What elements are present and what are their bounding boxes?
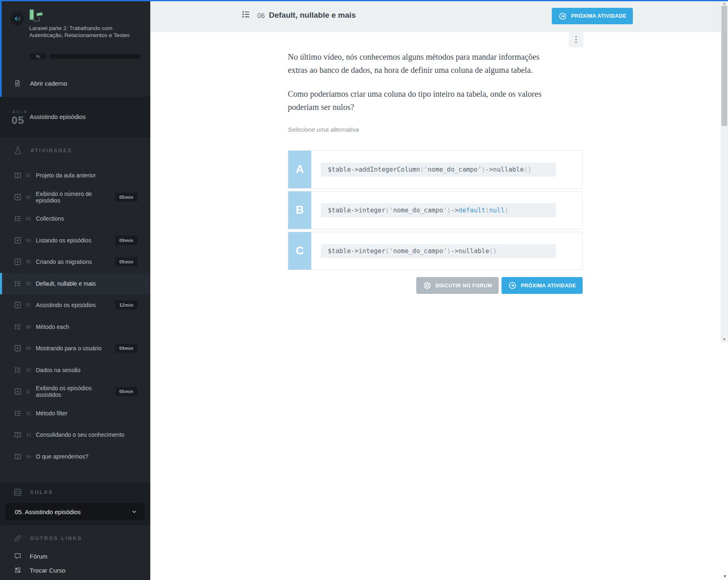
activity-number: 13	[26, 432, 34, 437]
link-label: Fórum	[30, 553, 47, 560]
alternative-code: $table->integer(‘nome_do_campo’)->defaul…	[321, 203, 556, 217]
links-icon	[13, 534, 22, 543]
lesson-number: 05	[12, 114, 24, 127]
activity-item[interactable]: 13 Consolidando o seu conhecimento	[0, 424, 150, 446]
activity-header: 06 Default, nullable e mais PRÓXIMA ATIV…	[150, 1, 728, 32]
alternative-option[interactable]: C $table->integer(‘nome_do_campo’)->null…	[288, 232, 583, 270]
scrollbar-up-arrow[interactable]: ▲	[721, 2, 728, 6]
activities-list: 01 Projeto da aula anterior 02 Exibindo …	[0, 165, 150, 467]
outros-links-list: Fórum Trocar Curso	[0, 549, 150, 577]
activity-label: Método each	[36, 324, 69, 330]
activity-item[interactable]: 08 Método each	[0, 316, 150, 338]
activity-item[interactable]: 02 Exibindo o número de episódios 05min	[0, 186, 150, 208]
activity-header-title: Default, nullable e mais	[269, 11, 356, 20]
aulas-header-label: AULAS	[30, 489, 53, 495]
activity-item[interactable]: 12 Método filter	[0, 403, 150, 424]
activity-item[interactable]: 14 O que aprendemos?	[0, 446, 150, 468]
open-notebook-label: Abrir caderno	[30, 80, 67, 87]
lesson-selector-dropdown[interactable]: 05. Assistindo episódios	[6, 503, 145, 520]
activity-number: 10	[26, 368, 34, 373]
activity-item[interactable]: 06 Default, nullable e mais	[0, 273, 150, 295]
activity-duration-badge: 05min	[115, 257, 138, 266]
next-activity-button-bottom[interactable]: PRÓXIMA ATIVIDADE	[502, 277, 583, 294]
activity-number: 11	[26, 389, 34, 394]
lesson-kicker: AULA	[12, 109, 28, 114]
activity-type-icon	[14, 323, 21, 331]
activity-duration-badge: 12min	[115, 300, 138, 310]
activity-item[interactable]: 04 Listando os episódios 09min	[0, 230, 150, 252]
activity-item[interactable]: 05 Criando as migrations 05min	[0, 251, 150, 273]
arrow-circle-icon	[508, 281, 517, 290]
alternative-letter-badge: B	[288, 191, 311, 229]
activity-list-icon[interactable]	[241, 10, 250, 19]
main-content: 06 Default, nullable e mais PRÓXIMA ATIV…	[150, 1, 728, 580]
vertical-scrollbar[interactable]: ▲ ▼	[721, 1, 728, 342]
activity-number: 08	[26, 324, 34, 329]
activity-item[interactable]: 09 Mostrando para o usuário 09min	[0, 338, 150, 359]
activity-type-icon	[14, 237, 21, 244]
activity-label: Mostrando para o usuário	[36, 345, 102, 352]
outros-links-section-header: OUTROS LINKS	[13, 534, 82, 543]
activity-number: 14	[26, 454, 34, 459]
activity-type-icon	[14, 453, 21, 460]
activity-item[interactable]: 11 Exibindo os episódios assistidos 05mi…	[0, 381, 150, 403]
alternative-option[interactable]: A $table->addIntegerColumn(‘nome_do_camp…	[288, 150, 583, 189]
discuss-forum-button[interactable]: DISCUTIR NO FORUM	[416, 277, 499, 294]
activity-number: 05	[26, 259, 34, 264]
activity-label: Exibindo o número de episódios	[36, 191, 115, 204]
activity-number: 01	[26, 173, 34, 178]
activity-item[interactable]: 01 Projeto da aula anterior	[0, 165, 150, 186]
course-logo	[28, 9, 47, 26]
sidebar-link[interactable]: Fórum	[0, 549, 150, 563]
alternative-letter-badge: C	[288, 232, 311, 270]
aulas-section-header: AULAS	[13, 488, 53, 497]
alternative-option[interactable]: B $table->integer(‘nome_do_campo’)->defa…	[288, 191, 583, 229]
activity-label: Listando os episódios	[36, 237, 91, 244]
activities-section-header: ATIVIDADES	[14, 146, 72, 155]
question-panel: No último vídeo, nós conhecemos alguns m…	[288, 32, 583, 294]
current-lesson-block: AULA 05 Assistindo episódios	[0, 97, 150, 137]
activity-duration-badge: 09min	[115, 344, 138, 353]
activity-label: Assistindo os episódios	[36, 302, 96, 308]
activities-header-label: ATIVIDADES	[30, 148, 72, 154]
window-top-accent-line	[0, 0, 728, 1]
scrollbar-thumb[interactable]	[721, 6, 727, 126]
activity-label: O que aprendemos?	[36, 453, 89, 460]
activity-type-icon	[14, 280, 21, 287]
collapse-sidebar-button[interactable]	[10, 12, 24, 26]
activity-type-icon	[14, 193, 21, 201]
question-paragraph: Como poderíamos criar uma coluna do tipo…	[288, 87, 558, 114]
next-activity-button-top[interactable]: PRÓXIMA ATIVIDADE	[552, 8, 633, 24]
chevron-down-icon	[131, 508, 138, 515]
activity-type-icon	[14, 172, 21, 179]
alternatives-list: A $table->addIntegerColumn(‘nome_do_camp…	[288, 150, 583, 270]
sidebar-link[interactable]: Trocar Curso	[0, 563, 150, 577]
course-sidebar: Laravel parte 2: Trabalhando com Autenti…	[0, 0, 150, 580]
lifebuoy-icon	[423, 281, 432, 290]
activity-label: Consolidando o seu conhecimento	[36, 431, 124, 438]
window-scroll-down-arrow[interactable]: ▼	[723, 574, 727, 578]
activity-label: Default, nullable e mais	[36, 280, 96, 287]
activity-item[interactable]: 07 Assistindo os episódios 12min	[0, 294, 150, 316]
course-progress-bar	[50, 54, 141, 59]
activity-type-icon	[14, 215, 21, 222]
open-notebook-link[interactable]: Abrir caderno	[14, 80, 67, 87]
flask-icon	[14, 146, 22, 155]
activity-item[interactable]: 03 Collections	[0, 208, 150, 230]
activity-type-icon	[14, 388, 21, 395]
activity-number: 02	[26, 195, 34, 200]
activity-item[interactable]: 10 Dados na sessão	[0, 359, 150, 381]
outros-links-header-label: OUTROS LINKS	[30, 536, 82, 541]
alternative-letter-badge: A	[288, 151, 311, 188]
activity-type-icon	[14, 410, 21, 417]
activity-number: 07	[26, 303, 34, 307]
notebook-icon	[14, 80, 21, 87]
course-title: Laravel parte 2: Trabalhando com Autenti…	[29, 25, 140, 39]
question-action-buttons: DISCUTIR NO FORUM PRÓXIMA ATIVIDADE	[288, 277, 583, 294]
activity-label: Exibindo os episódios assistidos	[36, 385, 115, 398]
scrollbar-down-arrow[interactable]: ▼	[721, 338, 728, 342]
collapse-arrow-icon	[13, 15, 21, 23]
link-icon	[14, 552, 21, 560]
activity-type-icon	[14, 431, 21, 438]
next-activity-label: PRÓXIMA ATIVIDADE	[571, 13, 626, 19]
